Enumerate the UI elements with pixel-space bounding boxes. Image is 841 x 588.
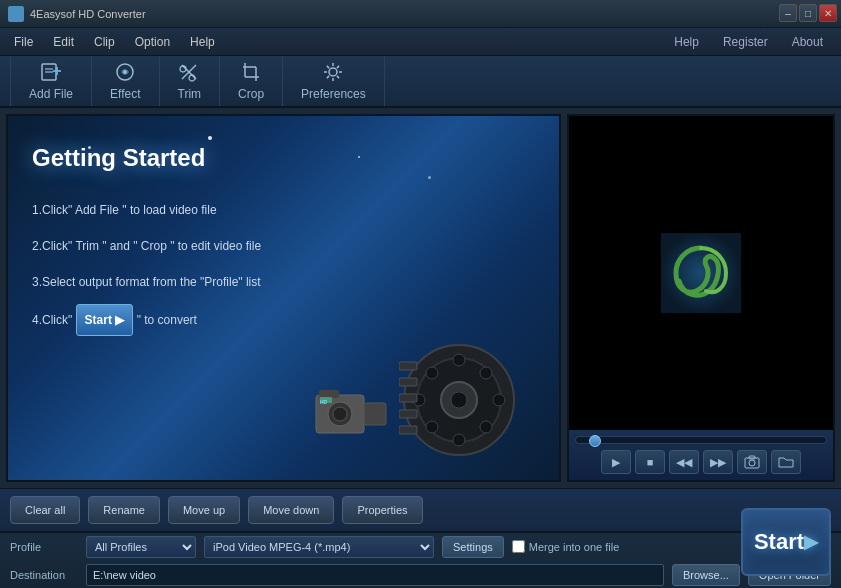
step1: 1.Click" Add File " to load video file <box>32 196 261 224</box>
svg-rect-40 <box>661 233 741 313</box>
rewind-button[interactable]: ◀◀ <box>669 450 699 474</box>
step4-pre: 4.Click" <box>32 313 72 327</box>
svg-point-23 <box>493 394 505 406</box>
seek-thumb[interactable] <box>589 435 601 447</box>
forward-button[interactable]: ▶▶ <box>703 450 733 474</box>
play-button[interactable]: ▶ <box>601 450 631 474</box>
menu-about[interactable]: About <box>782 31 833 53</box>
snapshot-button[interactable] <box>737 450 767 474</box>
add-file-icon <box>40 61 62 83</box>
svg-point-15 <box>329 68 337 76</box>
hd-camera-decoration: HD <box>314 385 389 448</box>
settings-button[interactable]: Settings <box>442 536 504 558</box>
profile-select[interactable]: All Profiles <box>86 536 196 558</box>
step3: 3.Select output format from the "Profile… <box>32 268 261 296</box>
film-reel-decoration <box>399 340 519 460</box>
toolbar-add-file[interactable]: Add File <box>10 56 92 106</box>
toolbar: Add File Effect Trim <box>0 56 841 108</box>
start-button[interactable]: Start ▶ <box>741 508 831 576</box>
stop-button[interactable]: ■ <box>635 450 665 474</box>
svg-point-25 <box>480 421 492 433</box>
player-panel: ▶ ■ ◀◀ ▶▶ <box>567 114 835 482</box>
menu-help-right[interactable]: Help <box>664 31 709 53</box>
step4-post: " to convert <box>137 313 197 327</box>
seek-bar[interactable] <box>575 436 827 444</box>
clear-all-button[interactable]: Clear all <box>10 496 80 524</box>
svg-point-20 <box>453 354 465 366</box>
svg-text:HD: HD <box>320 399 328 405</box>
action-buttons-bar: Clear all Rename Move up Move down Prope… <box>0 488 841 532</box>
svg-rect-31 <box>399 410 417 418</box>
merge-checkbox[interactable] <box>512 540 525 553</box>
svg-point-27 <box>426 421 438 433</box>
preview-area: Getting Started 1.Click" Add File " to l… <box>6 114 561 482</box>
start-label: Start <box>754 529 804 555</box>
format-select[interactable]: iPod Video MPEG-4 (*.mp4) <box>204 536 434 558</box>
preferences-icon <box>322 61 344 83</box>
svg-point-19 <box>451 392 467 408</box>
svg-rect-34 <box>319 390 339 398</box>
browse-button[interactable]: Browse... <box>672 564 740 586</box>
destination-input[interactable] <box>86 564 664 586</box>
destination-label: Destination <box>10 569 78 581</box>
effect-icon <box>114 61 136 83</box>
app-icon <box>8 6 24 22</box>
menu-register[interactable]: Register <box>713 31 778 53</box>
titlebar: 4Easysof HD Converter – □ ✕ <box>0 0 841 28</box>
menu-file[interactable]: File <box>4 31 43 53</box>
settings-bar: Profile All Profiles iPod Video MPEG-4 (… <box>0 532 841 588</box>
svg-rect-35 <box>364 403 386 425</box>
instructions: 1.Click" Add File " to load video file 2… <box>32 196 261 344</box>
svg-point-6 <box>123 70 127 74</box>
svg-point-42 <box>749 460 755 466</box>
svg-point-21 <box>453 434 465 446</box>
svg-point-24 <box>426 367 438 379</box>
profile-row: Profile All Profiles iPod Video MPEG-4 (… <box>10 536 831 558</box>
crop-label: Crop <box>238 87 264 101</box>
merge-checkbox-wrap: Merge into one file <box>512 540 620 553</box>
menu-edit[interactable]: Edit <box>43 31 84 53</box>
toolbar-trim[interactable]: Trim <box>160 56 221 106</box>
step4-start-inline: Start ▶ <box>76 304 134 336</box>
trim-label: Trim <box>178 87 202 101</box>
control-buttons: ▶ ■ ◀◀ ▶▶ <box>575 450 827 474</box>
step4: 4.Click" Start ▶ " to convert <box>32 304 261 336</box>
menu-option[interactable]: Option <box>125 31 180 53</box>
move-up-button[interactable]: Move up <box>168 496 240 524</box>
video-screen <box>569 116 833 430</box>
menu-help[interactable]: Help <box>180 31 225 53</box>
maximize-button[interactable]: □ <box>799 4 817 22</box>
open-folder-ctrl-button[interactable] <box>771 450 801 474</box>
player-controls: ▶ ■ ◀◀ ▶▶ <box>569 430 833 480</box>
svg-point-26 <box>480 367 492 379</box>
menu-clip[interactable]: Clip <box>84 31 125 53</box>
main-area: Getting Started 1.Click" Add File " to l… <box>0 108 841 488</box>
window-controls: – □ ✕ <box>779 4 837 22</box>
app-title: 4Easysof HD Converter <box>30 8 146 20</box>
toolbar-crop[interactable]: Crop <box>220 56 283 106</box>
start-arrow-icon: ▶ <box>804 531 818 553</box>
close-button[interactable]: ✕ <box>819 4 837 22</box>
menu-right-group: Help Register About <box>664 31 833 53</box>
rename-button[interactable]: Rename <box>88 496 160 524</box>
destination-row: Destination Browse... Open Folder <box>10 564 831 586</box>
add-file-label: Add File <box>29 87 73 101</box>
toolbar-preferences[interactable]: Preferences <box>283 56 385 106</box>
preferences-label: Preferences <box>301 87 366 101</box>
svg-rect-30 <box>399 394 417 402</box>
menubar: File Edit Clip Option Help Help Register… <box>0 28 841 56</box>
trim-icon <box>178 61 200 83</box>
player-logo <box>661 233 741 313</box>
getting-started-title: Getting Started <box>32 144 205 172</box>
minimize-button[interactable]: – <box>779 4 797 22</box>
merge-label: Merge into one file <box>529 541 620 553</box>
move-down-button[interactable]: Move down <box>248 496 334 524</box>
profile-label: Profile <box>10 541 78 553</box>
effect-label: Effect <box>110 87 140 101</box>
crop-icon <box>240 61 262 83</box>
properties-button[interactable]: Properties <box>342 496 422 524</box>
svg-rect-32 <box>399 426 417 434</box>
step2: 2.Click" Trim " and " Crop " to edit vid… <box>32 232 261 260</box>
svg-rect-29 <box>399 378 417 386</box>
toolbar-effect[interactable]: Effect <box>92 56 159 106</box>
